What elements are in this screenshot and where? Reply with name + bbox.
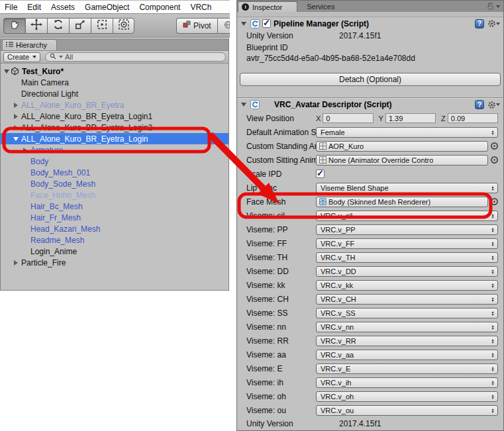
hierarchy-row[interactable]: Body_Sode_Mesh (1, 178, 228, 189)
foldout-closed-icon[interactable] (23, 148, 27, 153)
foldout-open-icon[interactable] (4, 70, 9, 73)
hierarchy-row[interactable]: Readme_Mesh (1, 234, 228, 246)
dropdown-field[interactable]: Female▴▾ (316, 127, 498, 138)
hierarchy-row[interactable]: Login_Anime (1, 246, 228, 257)
create-button[interactable]: Create (3, 52, 40, 62)
field-label: Viseme: ih (246, 378, 316, 387)
field-row-viseme-ih: Viseme: ihVRC.v_ih▴▾ (237, 375, 503, 389)
rotate-tool-icon (52, 19, 64, 33)
field-label: Viseme: E (246, 364, 316, 373)
hand-tool-button[interactable] (3, 18, 25, 34)
hierarchy-row[interactable]: Body (1, 156, 228, 167)
dropdown-field[interactable]: VRC.v_FF▴▾ (316, 238, 498, 249)
hierarchy-row[interactable]: Particle_Fire (1, 257, 228, 268)
dropdown-arrows-icon: ▴▾ (489, 352, 496, 358)
transform-tool-icon (118, 19, 130, 33)
hierarchy-row[interactable]: ALL_Alone_Kuro_BR_Eyetra_Login1 (1, 111, 228, 122)
component-header-avatar-descriptor[interactable]: VRC_Avatar Descriptor (Script) ? (237, 98, 503, 111)
rotate-tool-button[interactable] (47, 18, 69, 34)
tab-inspector[interactable]: iInspector (238, 1, 297, 12)
hierarchy-row[interactable]: Head_Kazari_Mesh (1, 223, 228, 234)
field-area: Female▴▾ (316, 127, 498, 138)
dropdown-field[interactable]: Viseme Blend Shape▴▾ (316, 183, 498, 193)
hierarchy-row[interactable]: Body_Mesh_001 (1, 167, 228, 178)
move-tool-button[interactable] (25, 18, 47, 34)
hierarchy-row[interactable]: ALL_Alone_Kuro_BR_Eyetra_Login2 (1, 122, 228, 133)
menu-item-component[interactable]: Component (139, 3, 180, 12)
vector-input-x[interactable]: 0 (323, 113, 373, 123)
object-field[interactable]: AOR_Kuro (316, 141, 488, 152)
hierarchy-row[interactable]: Armature (1, 144, 228, 156)
object-field[interactable]: None (Animator Override Contro (316, 155, 488, 166)
hierarchy-row[interactable]: Face_Hoho_Mesh (1, 189, 228, 201)
hierarchy-row[interactable]: Main Camera (1, 77, 228, 88)
help-icon[interactable]: ? (475, 100, 484, 109)
dropdown-field[interactable]: VRC.v_CH▴▾ (316, 294, 498, 305)
component-enabled-checkbox[interactable] (262, 19, 271, 28)
transform-tool-button[interactable] (113, 18, 134, 34)
component-header-pipeline-manager[interactable]: Pipeline Manager (Script) ? (237, 17, 503, 30)
menu-item-gameobject[interactable]: GameObject (85, 3, 129, 12)
field-row-viseme-ou: Viseme: ouVRC.v_ou▴▾ (237, 403, 503, 417)
field-area: Viseme Blend Shape▴▾ (316, 183, 498, 193)
dropdown-field[interactable]: VRC.v_aa▴▾ (316, 350, 498, 360)
scale-tool-button[interactable] (69, 18, 91, 34)
detach-button[interactable]: Detach (Optional) (240, 73, 501, 86)
dropdown-field[interactable]: VRC.v_kk▴▾ (316, 280, 498, 291)
hierarchy-row[interactable]: Test_Kuro* (1, 66, 228, 77)
dropdown-field[interactable]: VRC.v_nn▴▾ (316, 322, 498, 332)
field-label: Custom Standing An (246, 142, 316, 151)
foldout-closed-icon[interactable] (14, 260, 18, 265)
dropdown-field[interactable]: VRC.v_E▴▾ (316, 363, 498, 374)
dropdown-field[interactable]: VRC.v_SS▴▾ (316, 308, 498, 318)
dropdown-field[interactable]: VRC.v_oh▴▾ (316, 391, 498, 402)
dropdown-field[interactable]: VRC.v_DD▴▾ (316, 266, 498, 277)
menu-item-vrch[interactable]: VRCh (190, 3, 211, 12)
object-picker-icon[interactable] (491, 198, 498, 205)
tab-hierarchy[interactable]: Hierarchy (2, 39, 57, 50)
axis-label: Z (441, 115, 446, 122)
animator-override-icon (319, 142, 327, 150)
foldout-closed-icon[interactable] (14, 103, 18, 108)
foldout-open-icon[interactable] (13, 137, 19, 141)
menu-item-edit[interactable]: Edit (27, 3, 41, 12)
global-button-cut[interactable] (217, 18, 230, 34)
dropdown-field[interactable]: VRC.v_sil▴▾ (316, 211, 498, 221)
gear-icon[interactable] (487, 19, 500, 28)
foldout-closed-icon[interactable] (14, 125, 18, 130)
search-input[interactable]: All (45, 52, 226, 62)
hierarchy-row[interactable]: Hair_Fr_Mesh (1, 212, 228, 223)
hierarchy-row-selected[interactable]: ALL_Alone_Kuro_BR_Eyetra_Login (1, 133, 228, 144)
gear-icon[interactable] (487, 101, 500, 109)
hierarchy-row[interactable]: Directional Light (1, 88, 228, 99)
help-icon[interactable]: ? (475, 19, 484, 28)
tab-services[interactable]: Services (297, 1, 344, 12)
search-text: All (65, 53, 73, 61)
field-area: None (Animator Override Contro (316, 155, 498, 166)
unlock-icon[interactable] (487, 1, 494, 13)
foldout-closed-icon[interactable] (14, 114, 18, 119)
field-label: Viseme: nn (246, 322, 316, 332)
dropdown-field[interactable]: VRC.v_PP▴▾ (316, 224, 498, 235)
vector-input-z[interactable]: 0.09 (448, 113, 498, 123)
dropdown-field[interactable]: VRC.v_RR▴▾ (316, 336, 498, 346)
hierarchy-row[interactable]: Hair_Bc_Mesh (1, 201, 228, 212)
dropdown-field[interactable]: VRC.v_TH▴▾ (316, 252, 498, 263)
dropdown-field[interactable]: VRC.v_ou▴▾ (316, 405, 498, 416)
foldout-arrow-icon[interactable] (241, 22, 246, 26)
dropdown-arrows-icon: ▴▾ (489, 185, 496, 191)
dropdown-field[interactable]: VRC.v_ih▴▾ (316, 377, 498, 388)
menu-item-file[interactable]: File (5, 3, 17, 12)
object-field[interactable]: Body (Skinned Mesh Renderer) (316, 197, 488, 207)
checkbox-field[interactable] (316, 169, 325, 178)
rect-tool-button[interactable] (91, 18, 113, 34)
inspector-menu-caret-icon[interactable] (496, 5, 500, 8)
pivot-button[interactable]: Pivot (176, 18, 217, 34)
hierarchy-row[interactable]: ALL_Alone_Kuro_BR_Eyetra (1, 99, 228, 111)
axis-label: Y (379, 115, 383, 122)
object-picker-icon[interactable] (491, 156, 498, 164)
menu-item-assets[interactable]: Assets (51, 3, 75, 12)
vector-input-y[interactable]: 1.39 (385, 113, 436, 123)
object-picker-icon[interactable] (491, 142, 498, 150)
foldout-arrow-icon[interactable] (241, 103, 246, 107)
